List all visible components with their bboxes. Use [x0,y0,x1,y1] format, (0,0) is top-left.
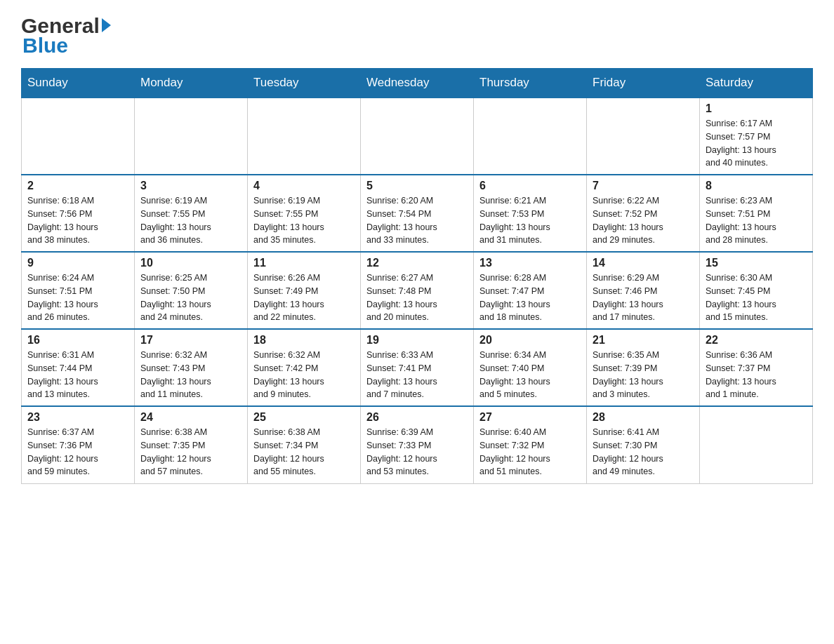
weekday-header-monday: Monday [135,69,248,98]
calendar-cell: 26Sunrise: 6:39 AM Sunset: 7:33 PM Dayli… [361,406,474,483]
calendar-cell: 11Sunrise: 6:26 AM Sunset: 7:49 PM Dayli… [248,252,361,329]
day-number: 25 [253,411,355,424]
calendar-cell: 18Sunrise: 6:32 AM Sunset: 7:42 PM Dayli… [248,329,361,406]
calendar-cell: 2Sunrise: 6:18 AM Sunset: 7:56 PM Daylig… [22,175,135,252]
day-number: 17 [140,334,241,347]
day-number: 3 [140,180,241,192]
calendar-cell [587,98,700,175]
calendar-cell: 4Sunrise: 6:19 AM Sunset: 7:55 PM Daylig… [248,175,361,252]
day-number: 16 [27,334,128,347]
day-info: Sunrise: 6:27 AM Sunset: 7:48 PM Dayligh… [366,271,468,324]
calendar-cell: 10Sunrise: 6:25 AM Sunset: 7:50 PM Dayli… [135,252,248,329]
day-number: 28 [593,411,694,424]
day-number: 9 [27,257,128,269]
day-number: 13 [479,257,581,269]
calendar-cell: 22Sunrise: 6:36 AM Sunset: 7:37 PM Dayli… [700,329,813,406]
day-info: Sunrise: 6:32 AM Sunset: 7:43 PM Dayligh… [140,349,241,401]
calendar-cell: 14Sunrise: 6:29 AM Sunset: 7:46 PM Dayli… [587,252,700,329]
weekday-header-friday: Friday [587,69,700,98]
day-number: 11 [253,257,355,269]
day-number: 20 [479,334,581,347]
calendar-cell: 25Sunrise: 6:38 AM Sunset: 7:34 PM Dayli… [248,406,361,483]
day-info: Sunrise: 6:22 AM Sunset: 7:52 PM Dayligh… [593,194,694,247]
day-number: 23 [27,411,128,424]
calendar-table: SundayMondayTuesdayWednesdayThursdayFrid… [21,68,813,484]
calendar-cell: 13Sunrise: 6:28 AM Sunset: 7:47 PM Dayli… [474,252,587,329]
day-info: Sunrise: 6:33 AM Sunset: 7:41 PM Dayligh… [366,349,468,401]
day-info: Sunrise: 6:36 AM Sunset: 7:37 PM Dayligh… [706,349,807,401]
day-number: 18 [253,334,355,347]
calendar-cell [135,98,248,175]
day-info: Sunrise: 6:21 AM Sunset: 7:53 PM Dayligh… [479,194,581,247]
day-info: Sunrise: 6:17 AM Sunset: 7:57 PM Dayligh… [706,117,807,170]
day-info: Sunrise: 6:28 AM Sunset: 7:47 PM Dayligh… [479,271,581,324]
day-number: 12 [366,257,468,269]
day-info: Sunrise: 6:41 AM Sunset: 7:30 PM Dayligh… [593,426,694,478]
calendar-cell: 12Sunrise: 6:27 AM Sunset: 7:48 PM Dayli… [361,252,474,329]
logo: General Blue [21,14,111,58]
calendar-cell: 27Sunrise: 6:40 AM Sunset: 7:32 PM Dayli… [474,406,587,483]
calendar-cell: 1Sunrise: 6:17 AM Sunset: 7:57 PM Daylig… [700,98,813,175]
day-number: 21 [593,334,694,347]
calendar-week-row: 16Sunrise: 6:31 AM Sunset: 7:44 PM Dayli… [22,329,813,406]
day-info: Sunrise: 6:29 AM Sunset: 7:46 PM Dayligh… [593,271,694,324]
day-info: Sunrise: 6:30 AM Sunset: 7:45 PM Dayligh… [706,271,807,324]
day-number: 22 [706,334,807,347]
calendar-cell [361,98,474,175]
calendar-cell: 3Sunrise: 6:19 AM Sunset: 7:55 PM Daylig… [135,175,248,252]
day-info: Sunrise: 6:24 AM Sunset: 7:51 PM Dayligh… [27,271,128,324]
calendar-cell [22,98,135,175]
day-info: Sunrise: 6:19 AM Sunset: 7:55 PM Dayligh… [253,194,355,247]
day-info: Sunrise: 6:40 AM Sunset: 7:32 PM Dayligh… [479,426,581,478]
day-info: Sunrise: 6:32 AM Sunset: 7:42 PM Dayligh… [253,349,355,401]
weekday-header-saturday: Saturday [700,69,813,98]
header: General Blue [21,14,813,58]
day-info: Sunrise: 6:39 AM Sunset: 7:33 PM Dayligh… [366,426,468,478]
day-info: Sunrise: 6:26 AM Sunset: 7:49 PM Dayligh… [253,271,355,324]
calendar-cell: 7Sunrise: 6:22 AM Sunset: 7:52 PM Daylig… [587,175,700,252]
day-info: Sunrise: 6:25 AM Sunset: 7:50 PM Dayligh… [140,271,241,324]
calendar-cell: 8Sunrise: 6:23 AM Sunset: 7:51 PM Daylig… [700,175,813,252]
day-number: 2 [27,180,128,192]
day-number: 27 [479,411,581,424]
day-number: 5 [366,180,468,192]
day-info: Sunrise: 6:34 AM Sunset: 7:40 PM Dayligh… [479,349,581,401]
weekday-header-row: SundayMondayTuesdayWednesdayThursdayFrid… [22,69,813,98]
day-info: Sunrise: 6:19 AM Sunset: 7:55 PM Dayligh… [140,194,241,247]
calendar-week-row: 9Sunrise: 6:24 AM Sunset: 7:51 PM Daylig… [22,252,813,329]
logo-arrow-icon [102,18,111,32]
day-info: Sunrise: 6:35 AM Sunset: 7:39 PM Dayligh… [593,349,694,401]
calendar-cell: 6Sunrise: 6:21 AM Sunset: 7:53 PM Daylig… [474,175,587,252]
calendar-cell: 5Sunrise: 6:20 AM Sunset: 7:54 PM Daylig… [361,175,474,252]
day-number: 19 [366,334,468,347]
day-number: 7 [593,180,694,192]
day-number: 24 [140,411,241,424]
calendar-week-row: 1Sunrise: 6:17 AM Sunset: 7:57 PM Daylig… [22,98,813,175]
day-info: Sunrise: 6:23 AM Sunset: 7:51 PM Dayligh… [706,194,807,247]
weekday-header-tuesday: Tuesday [248,69,361,98]
calendar-cell [700,406,813,483]
logo-blue-text: Blue [21,34,68,58]
calendar-cell: 16Sunrise: 6:31 AM Sunset: 7:44 PM Dayli… [22,329,135,406]
weekday-header-sunday: Sunday [22,69,135,98]
day-number: 10 [140,257,241,269]
calendar-cell: 9Sunrise: 6:24 AM Sunset: 7:51 PM Daylig… [22,252,135,329]
day-number: 14 [593,257,694,269]
day-info: Sunrise: 6:31 AM Sunset: 7:44 PM Dayligh… [27,349,128,401]
calendar-week-row: 2Sunrise: 6:18 AM Sunset: 7:56 PM Daylig… [22,175,813,252]
day-info: Sunrise: 6:37 AM Sunset: 7:36 PM Dayligh… [27,426,128,478]
calendar-cell: 19Sunrise: 6:33 AM Sunset: 7:41 PM Dayli… [361,329,474,406]
calendar-cell: 17Sunrise: 6:32 AM Sunset: 7:43 PM Dayli… [135,329,248,406]
day-number: 15 [706,257,807,269]
calendar-week-row: 23Sunrise: 6:37 AM Sunset: 7:36 PM Dayli… [22,406,813,483]
calendar-cell [248,98,361,175]
calendar-cell [474,98,587,175]
day-info: Sunrise: 6:38 AM Sunset: 7:35 PM Dayligh… [140,426,241,478]
weekday-header-thursday: Thursday [474,69,587,98]
calendar-cell: 20Sunrise: 6:34 AM Sunset: 7:40 PM Dayli… [474,329,587,406]
day-number: 8 [706,180,807,192]
calendar-cell: 23Sunrise: 6:37 AM Sunset: 7:36 PM Dayli… [22,406,135,483]
weekday-header-wednesday: Wednesday [361,69,474,98]
day-info: Sunrise: 6:18 AM Sunset: 7:56 PM Dayligh… [27,194,128,247]
calendar-cell: 15Sunrise: 6:30 AM Sunset: 7:45 PM Dayli… [700,252,813,329]
